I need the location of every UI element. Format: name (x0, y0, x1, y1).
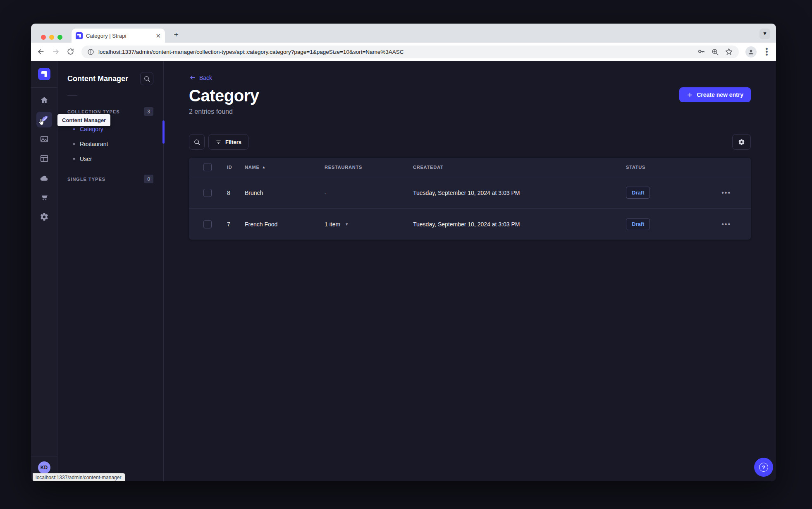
back-nav-icon[interactable] (37, 48, 45, 56)
page-title: Category (189, 87, 259, 104)
subnav-item-label: User (80, 156, 92, 162)
single-types-count-badge: 0 (144, 175, 153, 183)
cell-id: 7 (213, 221, 245, 228)
create-button-label: Create new entry (697, 91, 743, 98)
tab-search-chevron-down-icon[interactable]: ▼ (759, 29, 770, 39)
tab-title: Category | Strapi (86, 33, 152, 39)
table-row-french-food[interactable]: 7 French Food 1 item ▼ Tuesday, Septembe… (189, 208, 751, 240)
bullet-icon (73, 158, 75, 160)
back-link[interactable]: Back (189, 74, 212, 81)
column-header-restaurants[interactable]: RESTAURANTS (325, 165, 413, 170)
main-nav-icons (36, 88, 52, 225)
reload-icon[interactable] (67, 48, 75, 56)
entries-count: 2 entries found (189, 108, 751, 115)
zoom-page-icon[interactable] (711, 48, 719, 56)
strapi-app: KD Content Manager COLLECTION TYPES 3 Ca… (31, 61, 776, 481)
column-header-status[interactable]: STATUS (626, 165, 709, 170)
strapi-logo[interactable] (38, 68, 50, 80)
filter-icon (215, 139, 222, 145)
cell-createdat: Tuesday, September 10, 2024 at 3:03 PM (413, 221, 626, 228)
collection-types-label: COLLECTION TYPES (67, 109, 120, 114)
view-settings-gear-icon[interactable] (732, 134, 751, 150)
subnav-item-label: Restaurant (80, 141, 108, 147)
filters-button[interactable]: Filters (208, 134, 248, 150)
cell-status: Draft (626, 218, 709, 230)
strapi-favicon-icon (76, 32, 83, 39)
bullet-icon (73, 128, 75, 130)
browser-status-bar: localhost:1337/admin/content-manager (33, 473, 125, 481)
table-search-icon[interactable] (189, 134, 205, 150)
cell-id: 8 (213, 190, 245, 196)
url-bar[interactable]: localhost:1337/admin/content-manager/col… (81, 46, 739, 58)
close-window-button[interactable] (41, 35, 46, 40)
cell-restaurants[interactable]: 1 item ▼ (325, 221, 413, 228)
main-content: Back Category Create new entry 2 entries… (164, 61, 776, 481)
subnav-title: Content Manager (67, 74, 128, 83)
table-header-row: ID NAME ▲ RESTAURANTS CREATEDAT STATUS (189, 158, 751, 177)
settings-gear-icon[interactable] (36, 209, 52, 225)
cell-name: Brunch (245, 190, 325, 196)
plus-icon (687, 92, 693, 98)
browser-window: Category | Strapi ✕ + ▼ localhost:1337/a… (31, 24, 776, 481)
row-actions-menu-icon[interactable]: ••• (721, 221, 731, 228)
cell-restaurants: - (325, 190, 413, 196)
chevron-down-icon: ▼ (345, 222, 349, 226)
column-header-name[interactable]: NAME ▲ (245, 165, 325, 170)
user-avatar[interactable]: KD (38, 461, 50, 474)
maximize-window-button[interactable] (57, 35, 62, 40)
minimize-window-button[interactable] (49, 35, 54, 40)
tab-strip: Category | Strapi ✕ + ▼ (31, 24, 776, 43)
status-badge: Draft (626, 187, 650, 199)
single-types-label: SINGLE TYPES (67, 177, 105, 182)
back-label: Back (199, 74, 212, 81)
forward-nav-icon[interactable] (52, 48, 60, 56)
sort-ascending-icon: ▲ (262, 165, 266, 169)
cloud-icon[interactable] (36, 170, 52, 186)
browser-menu-dots-icon[interactable]: ••• (763, 48, 770, 56)
subnav-item-restaurant[interactable]: Restaurant (57, 137, 163, 151)
home-icon[interactable] (36, 92, 52, 108)
logo-container (31, 61, 57, 88)
bullet-icon (73, 143, 75, 145)
cell-name: French Food (245, 221, 325, 228)
help-button[interactable]: ? (754, 458, 773, 477)
subnav-item-label: Category (80, 126, 103, 132)
bookmark-star-icon[interactable] (725, 48, 733, 56)
subnav-item-user[interactable]: User (57, 151, 163, 166)
select-all-checkbox[interactable] (203, 163, 212, 171)
search-icon[interactable] (140, 72, 153, 85)
password-key-icon[interactable] (697, 48, 705, 56)
marketplace-cart-icon[interactable] (36, 190, 52, 205)
divider (67, 95, 77, 96)
cell-status: Draft (626, 187, 709, 199)
column-header-id[interactable]: ID (213, 165, 245, 170)
media-library-icon[interactable] (36, 131, 52, 147)
browser-tab[interactable]: Category | Strapi ✕ (72, 29, 165, 43)
tab-close-icon[interactable]: ✕ (155, 33, 161, 39)
site-info-icon[interactable] (87, 48, 94, 55)
single-types-section: SINGLE TYPES 0 (57, 175, 163, 183)
traffic-lights (41, 35, 62, 40)
status-badge: Draft (626, 218, 650, 230)
row-checkbox[interactable] (203, 220, 212, 228)
row-checkbox[interactable] (203, 189, 212, 197)
browser-toolbar: localhost:1337/admin/content-manager/col… (31, 43, 776, 61)
mouse-cursor-icon (38, 118, 47, 127)
browser-profile-icon[interactable] (745, 46, 757, 58)
table-row-brunch[interactable]: 8 Brunch - Tuesday, September 10, 2024 a… (189, 177, 751, 208)
collection-types-count-badge: 3 (144, 107, 153, 116)
content-type-builder-icon[interactable] (36, 151, 52, 166)
create-new-entry-button[interactable]: Create new entry (679, 87, 751, 102)
arrow-left-icon (189, 74, 196, 81)
content-manager-tooltip: Content Manager (57, 114, 110, 126)
filters-label: Filters (225, 139, 241, 145)
row-actions-menu-icon[interactable]: ••• (721, 190, 731, 196)
page-action-icons (697, 48, 733, 56)
url-text[interactable]: localhost:1337/admin/content-manager/col… (98, 49, 693, 55)
cell-createdat: Tuesday, September 10, 2024 at 3:03 PM (413, 190, 626, 196)
new-tab-plus-icon[interactable]: + (172, 31, 181, 40)
column-header-createdat[interactable]: CREATEDAT (413, 165, 626, 170)
question-icon: ? (759, 463, 768, 472)
entries-table: ID NAME ▲ RESTAURANTS CREATEDAT STATUS 8… (189, 158, 751, 240)
